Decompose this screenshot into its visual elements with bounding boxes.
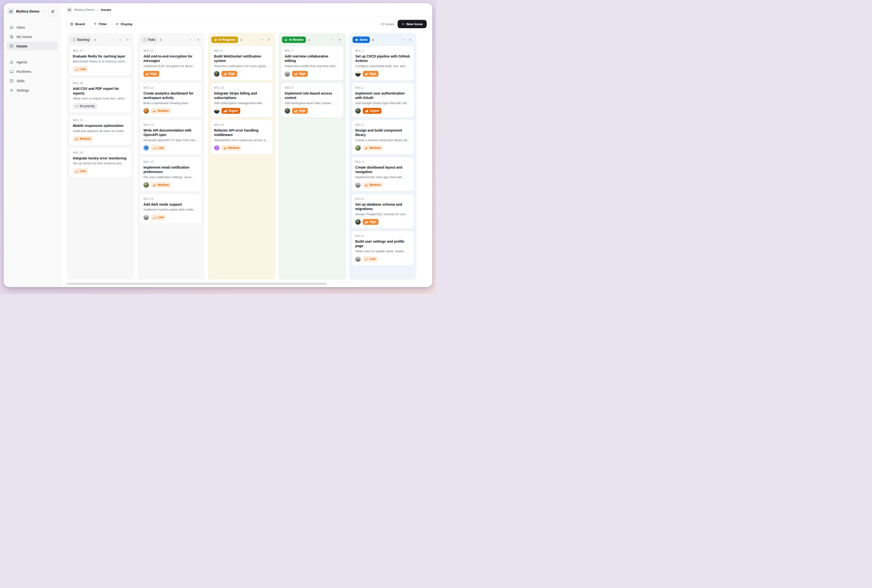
sidebar-item-issues[interactable]: Issues <box>7 42 58 50</box>
issue-card[interactable]: MUL-3 Design and build component library… <box>351 120 414 154</box>
issue-description: Standardize error responses across all… <box>214 138 269 142</box>
new-issue-button[interactable]: New Issue <box>398 20 426 28</box>
column-actions <box>188 37 201 43</box>
sidebar-item-runtimes[interactable]: Runtimes <box>7 67 58 76</box>
status-badge: In Progress <box>211 36 238 43</box>
issue-card[interactable]: MUL-18 Add CSV and PDF export for report… <box>69 78 132 113</box>
issue-id: MUL-1 <box>355 49 410 52</box>
avatar <box>355 108 361 114</box>
issue-id: MUL-14 <box>143 123 198 126</box>
column-cards: MUL-7 Add real-time collaborative editin… <box>281 46 344 120</box>
sidebar-item-inbox[interactable]: Inbox <box>7 23 58 32</box>
breadcrumb-page: Issues <box>101 8 111 12</box>
priority-badge: Medium <box>363 145 383 151</box>
sidebar-item-settings[interactable]: Settings <box>7 86 58 94</box>
book-icon <box>9 79 14 83</box>
priority-icon <box>153 183 156 186</box>
issue-card[interactable]: MUL-4 Create dashboard layout and naviga… <box>351 157 414 192</box>
column-actions <box>400 37 413 43</box>
issue-footer: Medium <box>355 145 410 151</box>
column-todo: Todo 5 MUL-12 Add end-to-end encryption … <box>137 33 205 280</box>
sidebar-item-my-issues[interactable]: My Issues <box>7 32 58 41</box>
priority-badge: High <box>143 71 159 77</box>
issue-card[interactable]: MUL-10 Integrate Stripe billing and subs… <box>210 83 273 117</box>
column-cards: MUL-9 Build WebSocket notification syste… <box>210 46 273 157</box>
breadcrumb-separator-icon: › <box>97 8 99 12</box>
status-label: In Progress <box>219 38 236 42</box>
issue-card[interactable]: MUL-6 Build user settings and profile pa… <box>351 231 414 266</box>
priority-label: High <box>228 72 235 75</box>
issue-title: Implement user authentication with OAuth <box>355 91 410 100</box>
issue-card[interactable]: MUL-15 Implement email notification pref… <box>140 157 202 192</box>
filter-button[interactable]: Filter <box>90 20 110 28</box>
issue-card[interactable]: MUL-8 Implement role-based access contro… <box>281 83 344 117</box>
issue-footer: Low <box>143 145 198 151</box>
sidebar-group-gap <box>7 51 58 57</box>
issue-id: MUL-17 <box>73 49 128 52</box>
issue-title: Add CSV and PDF export for reports <box>73 86 128 96</box>
priority-label: High <box>299 109 306 112</box>
plus-icon <box>401 22 405 26</box>
priority-icon <box>146 72 149 75</box>
priority-label: Low <box>369 257 375 261</box>
priority-icon <box>365 257 368 260</box>
column-more-icon[interactable] <box>259 37 265 43</box>
sidebar-item-agents[interactable]: Agents <box>7 58 58 66</box>
issue-card[interactable]: MUL-17 Evaluate Redis for caching layer … <box>69 46 132 76</box>
issue-card[interactable]: MUL-11 Refactor API error handling middl… <box>210 120 273 154</box>
issue-card[interactable]: MUL-1 Set up CI/CD pipeline with GitHub … <box>351 46 414 81</box>
priority-label: High <box>299 72 306 75</box>
priority-label: High <box>150 72 157 75</box>
priority-label: Low <box>80 170 86 173</box>
priority-badge: Medium <box>73 136 93 142</box>
issue-card[interactable]: MUL-9 Build WebSocket notification syste… <box>210 46 273 81</box>
compose-button[interactable] <box>48 7 57 15</box>
issue-description: Real-time notifications for issue update… <box>214 64 269 68</box>
view-buttons: Board Filter Display <box>67 20 136 28</box>
issue-footer: Medium <box>143 108 198 114</box>
issue-description: Add Google OAuth login flow with JWT… <box>355 102 410 105</box>
issue-card[interactable]: MUL-19 Mobile responsive optimization Au… <box>69 115 132 145</box>
board-button[interactable]: Board <box>67 20 88 28</box>
breadcrumb-workspace[interactable]: Multica Demo <box>74 8 95 12</box>
priority-badge: Low <box>363 256 378 262</box>
column-more-icon[interactable] <box>329 37 335 43</box>
avatar <box>285 71 290 76</box>
sidebar-item-skills[interactable]: Skills <box>7 76 58 85</box>
issue-id: MUL-2 <box>355 86 410 89</box>
priority-icon <box>365 183 368 186</box>
priority-icon <box>365 72 368 75</box>
desktop-background: M Multica Demo Inbox My Issues Issues Ag… <box>0 0 436 294</box>
toolbar: Board Filter Display 21 Issues New Issue <box>61 16 432 31</box>
issue-card[interactable]: MUL-14 Write API documentation with Open… <box>140 120 202 154</box>
column-add-icon[interactable] <box>336 37 342 43</box>
issue-card[interactable]: MUL-7 Add real-time collaborative editin… <box>281 46 344 81</box>
issue-card[interactable]: MUL-16 Add dark mode support Implement s… <box>140 194 202 224</box>
column-more-icon[interactable] <box>400 37 406 43</box>
issue-card[interactable]: MUL-20 Integrate Sentry error monitoring… <box>69 148 132 178</box>
issues-icon <box>9 44 14 48</box>
display-button[interactable]: Display <box>112 20 136 28</box>
issue-id: MUL-6 <box>355 234 410 237</box>
column-add-icon[interactable] <box>125 37 131 43</box>
issue-card[interactable]: MUL-12 Add end-to-end encryption for mes… <box>140 46 202 81</box>
issue-card[interactable]: MUL-2 Implement user authentication with… <box>351 83 414 117</box>
horizontal-scrollbar[interactable] <box>67 283 327 285</box>
issue-card[interactable]: MUL-13 Create analytics dashboard for wo… <box>140 83 202 117</box>
sidebar-item-label: Agents <box>17 60 27 64</box>
issue-description: Configure automated build, test, and… <box>355 64 410 68</box>
column-more-icon[interactable] <box>117 37 123 43</box>
status-badge: In Review <box>282 36 306 43</box>
issue-card[interactable]: MUL-5 Set up database schema and migrati… <box>351 194 414 229</box>
column-add-icon[interactable] <box>407 37 413 43</box>
priority-badge: High <box>363 71 378 77</box>
priority-icon <box>224 72 227 75</box>
priority-label: Low <box>158 146 164 150</box>
column-more-icon[interactable] <box>188 37 194 43</box>
issue-description: Build a dashboard showing team… <box>143 102 198 105</box>
column-add-icon[interactable] <box>266 37 272 43</box>
status-icon <box>355 38 358 42</box>
column-add-icon[interactable] <box>195 37 201 43</box>
status-badge: Done <box>353 36 370 43</box>
workspace-switcher[interactable]: M Multica Demo <box>7 7 58 16</box>
